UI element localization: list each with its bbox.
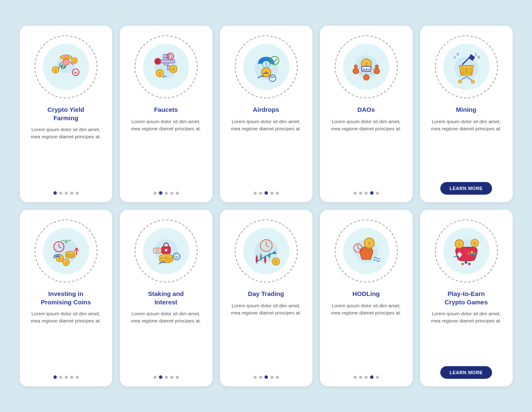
dot-4[interactable] <box>170 376 173 379</box>
dot-1[interactable] <box>254 376 257 379</box>
body-day-trading: Lorem ipsum dolor sit dim amet, mea regi… <box>227 302 306 370</box>
title-airdrops: Airdrops <box>253 106 279 114</box>
dot-2[interactable] <box>359 192 362 195</box>
illustration-faucets: ₵ ₵ <box>132 33 200 100</box>
dot-2[interactable] <box>259 376 262 379</box>
icon-investing: $ ₵ <box>32 217 100 285</box>
dot-4[interactable] <box>370 191 373 195</box>
dot-5[interactable] <box>176 192 179 195</box>
title-daos: DAOs <box>357 106 375 114</box>
icon-hodling: ₵ <box>333 217 400 285</box>
icon-play-to-earn: ₵ ₵ <box>433 217 500 285</box>
svg-rect-106 <box>264 257 266 262</box>
dot-3[interactable] <box>165 192 168 195</box>
svg-text:₵: ₵ <box>365 62 368 66</box>
svg-rect-126 <box>457 254 462 256</box>
cards-grid: ₵ ₵ % Crypto Yield FarmingLorem ipsum do… <box>20 26 513 386</box>
svg-text:1: 1 <box>454 55 456 59</box>
svg-point-45 <box>375 65 378 68</box>
dot-3[interactable] <box>65 376 68 379</box>
dot-4[interactable] <box>70 376 73 379</box>
dot-3[interactable] <box>265 191 268 195</box>
dot-4[interactable] <box>70 192 73 195</box>
learn-more-button-mining[interactable]: LEARN MORE <box>440 182 492 195</box>
illustration-day-trading: ₵ <box>233 217 300 285</box>
dot-5[interactable] <box>76 376 79 379</box>
card-mining: ₵ ₵ 1 0 1 0 MiningLorem ipsum dolor sit … <box>420 26 513 202</box>
card-airdrops: ₵ AirdropsLorem ipsum dolor sit dim amet… <box>220 26 312 202</box>
svg-text:₵: ₵ <box>73 59 75 63</box>
svg-text:%: % <box>74 71 77 75</box>
dot-2[interactable] <box>259 192 262 195</box>
dot-4[interactable] <box>270 192 273 195</box>
svg-text:₵: ₵ <box>172 67 175 71</box>
icon-mining: ₵ ₵ 1 0 1 0 <box>433 33 500 100</box>
svg-point-129 <box>471 254 473 256</box>
title-day-trading: Day Trading <box>248 290 284 298</box>
illustration-daos: ₵ DAO <box>333 33 400 100</box>
dot-3[interactable] <box>65 192 68 195</box>
card-staking: ₵ % Staking and InterestLorem ipsum dolo… <box>120 210 212 386</box>
illustration-staking: ₵ % <box>132 217 200 285</box>
card-crypto-yield-farming: ₵ ₵ % Crypto Yield FarmingLorem ipsum do… <box>20 26 112 202</box>
svg-point-68 <box>458 80 462 83</box>
dot-5[interactable] <box>176 376 179 379</box>
svg-point-76 <box>66 251 75 255</box>
dot-2[interactable] <box>159 191 162 195</box>
pagination-dots-crypto-yield-farming <box>53 191 79 195</box>
dot-2[interactable] <box>59 192 62 195</box>
dot-3[interactable] <box>365 376 368 379</box>
icon-faucets: ₵ ₵ <box>132 33 200 100</box>
pagination-dots-daos <box>354 191 379 195</box>
svg-text:₵: ₵ <box>65 261 67 265</box>
body-daos: Lorem ipsum dolor sit dim amet, mea regi… <box>327 118 406 186</box>
dot-5[interactable] <box>276 192 279 195</box>
dot-2[interactable] <box>359 376 362 379</box>
dot-4[interactable] <box>370 375 373 379</box>
dot-1[interactable] <box>154 376 156 379</box>
svg-point-69 <box>471 80 474 83</box>
body-play-to-earn: Lorem ipsum dolor sit dim amet, mea regi… <box>427 310 506 360</box>
dot-5[interactable] <box>376 192 379 195</box>
card-investing: $ ₵ Investing in Promising CoinsLorem ip… <box>20 210 112 386</box>
card-faucets: ₵ ₵ FaucetsLorem ipsum dolor sit dim ame… <box>120 26 212 202</box>
title-play-to-earn: Play-to-Earn Crypto Games <box>445 290 488 306</box>
pagination-dots-investing <box>53 375 79 379</box>
body-hodling: Lorem ipsum dolor sit dim amet, mea regi… <box>327 302 406 370</box>
dot-1[interactable] <box>53 375 57 379</box>
body-airdrops: Lorem ipsum dolor sit dim amet, mea regi… <box>227 118 306 186</box>
dot-4[interactable] <box>270 376 273 379</box>
body-crypto-yield-farming: Lorem ipsum dolor sit dim amet, mea regi… <box>26 126 106 185</box>
dot-1[interactable] <box>354 376 357 379</box>
dot-3[interactable] <box>265 375 268 379</box>
learn-more-button-play-to-earn[interactable]: LEARN MORE <box>440 366 492 379</box>
dot-2[interactable] <box>159 375 162 379</box>
icon-staking: ₵ % <box>132 217 200 285</box>
svg-point-89 <box>165 249 167 251</box>
title-mining: Mining <box>456 106 476 114</box>
dot-1[interactable] <box>254 192 257 195</box>
dot-2[interactable] <box>59 376 62 379</box>
icon-airdrops: ₵ <box>233 33 300 100</box>
illustration-mining: ₵ ₵ 1 0 1 0 <box>433 33 500 100</box>
dot-1[interactable] <box>354 192 357 195</box>
dot-1[interactable] <box>53 191 57 195</box>
svg-text:₵: ₵ <box>54 69 56 72</box>
title-staking: Staking and Interest <box>148 290 184 306</box>
svg-text:%: % <box>175 255 178 259</box>
dot-5[interactable] <box>376 376 379 379</box>
dot-4[interactable] <box>170 192 173 195</box>
title-crypto-yield-farming: Crypto Yield Farming <box>48 106 85 122</box>
body-faucets: Lorem ipsum dolor sit dim amet, mea regi… <box>127 118 206 186</box>
dot-5[interactable] <box>76 192 79 195</box>
illustration-investing: $ ₵ <box>32 217 100 285</box>
dot-1[interactable] <box>154 192 156 195</box>
title-faucets: Faucets <box>154 106 178 114</box>
dot-5[interactable] <box>276 376 279 379</box>
svg-point-128 <box>474 252 476 255</box>
dot-3[interactable] <box>165 376 168 379</box>
svg-text:₵: ₵ <box>474 241 476 246</box>
svg-point-43 <box>354 65 357 68</box>
dot-3[interactable] <box>365 192 368 195</box>
illustration-hodling: ₵ <box>333 217 400 285</box>
